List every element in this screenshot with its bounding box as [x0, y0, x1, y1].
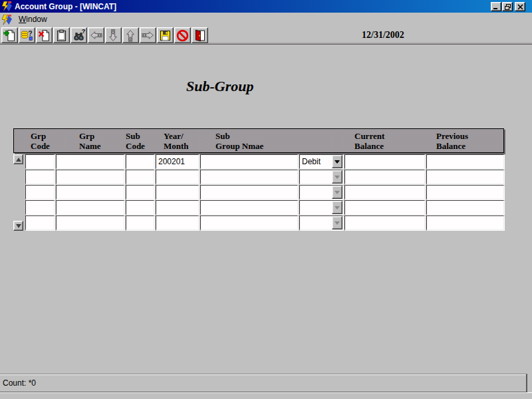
- scrollbar-down-button[interactable]: [13, 221, 23, 231]
- year-month-field[interactable]: 200201: [156, 154, 199, 169]
- table-row: 200201 Debit: [24, 154, 504, 169]
- current-balance-field[interactable]: [344, 215, 425, 230]
- year-month-field[interactable]: [156, 185, 199, 200]
- arrow-up-icon: [124, 29, 138, 43]
- grp-name-field[interactable]: [56, 215, 124, 230]
- page-title: Sub-Group: [186, 78, 253, 95]
- menu-item-window[interactable]: Window: [17, 14, 49, 25]
- menu-bar: Window: [0, 13, 532, 26]
- sub-code-field[interactable]: [126, 200, 154, 215]
- status-bar: Count: *0: [0, 374, 527, 392]
- sub-group-name-field[interactable]: [200, 200, 298, 215]
- column-header-grp-code: GrpCode: [31, 131, 50, 151]
- app-icon: [2, 1, 12, 11]
- current-balance-field[interactable]: [344, 170, 425, 184]
- grp-name-field[interactable]: [56, 185, 124, 200]
- scroll-right-button[interactable]: [140, 27, 156, 43]
- dropdown-button[interactable]: [332, 216, 342, 229]
- sub-code-field[interactable]: [126, 215, 154, 230]
- grp-name-field[interactable]: [56, 170, 124, 184]
- toolbar: ? ?: [0, 26, 532, 45]
- save-button[interactable]: [157, 27, 174, 43]
- add-record-button[interactable]: [1, 27, 18, 43]
- grp-name-field[interactable]: [56, 200, 124, 215]
- scroll-up-button[interactable]: [122, 27, 139, 43]
- table-body: 200201 Debit: [13, 154, 504, 231]
- window-title: Account Group - [WINCAT]: [15, 2, 116, 11]
- triangle-up-icon: [16, 158, 21, 162]
- column-header-previous-balance: PreviousBalance: [436, 131, 468, 151]
- sub-group-name-field[interactable]: [200, 154, 298, 169]
- query-button[interactable]: ?: [19, 27, 35, 43]
- balance-type-dropdown[interactable]: [299, 170, 343, 184]
- triangle-down-icon: [16, 224, 21, 228]
- window-minimize-button[interactable]: [491, 2, 501, 11]
- find-button[interactable]: ?: [70, 27, 87, 43]
- chevron-down-icon: [334, 206, 340, 209]
- previous-balance-field[interactable]: [426, 154, 504, 169]
- current-balance-field[interactable]: [344, 200, 425, 215]
- column-header-grp-name: GrpName: [79, 131, 101, 151]
- sub-code-field[interactable]: [126, 154, 154, 169]
- dropdown-button[interactable]: [332, 155, 342, 168]
- record-count: Count: *0: [3, 378, 36, 388]
- year-month-field[interactable]: [156, 215, 199, 230]
- restore-icon: [505, 4, 511, 10]
- previous-balance-field[interactable]: [426, 170, 504, 184]
- previous-balance-field[interactable]: [426, 185, 504, 200]
- sub-code-field[interactable]: [126, 170, 154, 184]
- grp-code-field[interactable]: [25, 170, 55, 184]
- balance-type-value: [300, 216, 332, 229]
- balance-type-dropdown[interactable]: [299, 200, 343, 215]
- current-balance-field[interactable]: [344, 185, 425, 200]
- arrow-right-icon: [141, 29, 155, 43]
- mdi-child-icon[interactable]: [2, 15, 12, 25]
- cancel-icon: [176, 29, 190, 43]
- column-header-sub-group-name: SubGroup Nmae: [215, 131, 263, 151]
- query-icon: ?: [20, 29, 34, 43]
- balance-type-value: Debit: [300, 155, 332, 168]
- grp-code-field[interactable]: [25, 154, 55, 169]
- previous-balance-field[interactable]: [426, 200, 504, 215]
- column-header-year-month: Year/Month: [164, 131, 189, 151]
- grp-code-field[interactable]: [25, 185, 55, 200]
- table-row: [24, 200, 504, 215]
- year-month-field[interactable]: [156, 170, 199, 184]
- balance-type-dropdown[interactable]: [299, 215, 343, 230]
- grp-code-field[interactable]: [25, 200, 55, 215]
- balance-type-dropdown[interactable]: [299, 185, 343, 200]
- table-header: GrpCode GrpName SubCode Year/Month SubGr…: [13, 128, 504, 153]
- balance-type-value: [300, 170, 332, 184]
- clipboard-button[interactable]: [53, 27, 70, 43]
- window-close-button[interactable]: [515, 2, 525, 11]
- chevron-down-icon: [334, 160, 340, 164]
- dropdown-button[interactable]: [332, 201, 342, 214]
- scroll-down-button[interactable]: [105, 27, 122, 43]
- arrow-down-icon: [106, 29, 120, 43]
- grid-vertical-scrollbar[interactable]: [13, 154, 24, 231]
- previous-balance-field[interactable]: [426, 215, 504, 230]
- find-icon: ?: [72, 29, 86, 43]
- window-restore-button[interactable]: [502, 2, 513, 11]
- sub-code-field[interactable]: [126, 185, 154, 200]
- sub-group-name-field[interactable]: [200, 185, 298, 200]
- grp-name-field[interactable]: [56, 154, 124, 169]
- dropdown-button[interactable]: [332, 170, 342, 184]
- scrollbar-up-button[interactable]: [13, 154, 23, 164]
- sub-group-name-field[interactable]: [200, 170, 298, 184]
- balance-type-value: [300, 201, 332, 214]
- exit-button[interactable]: [192, 27, 208, 43]
- balance-type-dropdown[interactable]: Debit: [299, 154, 343, 169]
- cancel-button[interactable]: [174, 27, 191, 43]
- year-month-field[interactable]: [156, 200, 199, 215]
- window-bottom-edge: [0, 392, 532, 399]
- arrow-left-icon: [89, 29, 103, 43]
- grp-code-field[interactable]: [25, 215, 55, 230]
- sub-group-name-field[interactable]: [200, 215, 298, 230]
- current-balance-field[interactable]: [344, 154, 425, 169]
- scrollbar-track[interactable]: [13, 164, 24, 221]
- dropdown-button[interactable]: [332, 186, 342, 199]
- chevron-down-icon: [334, 221, 340, 225]
- delete-record-button[interactable]: [36, 27, 53, 43]
- scroll-left-button[interactable]: [88, 27, 104, 43]
